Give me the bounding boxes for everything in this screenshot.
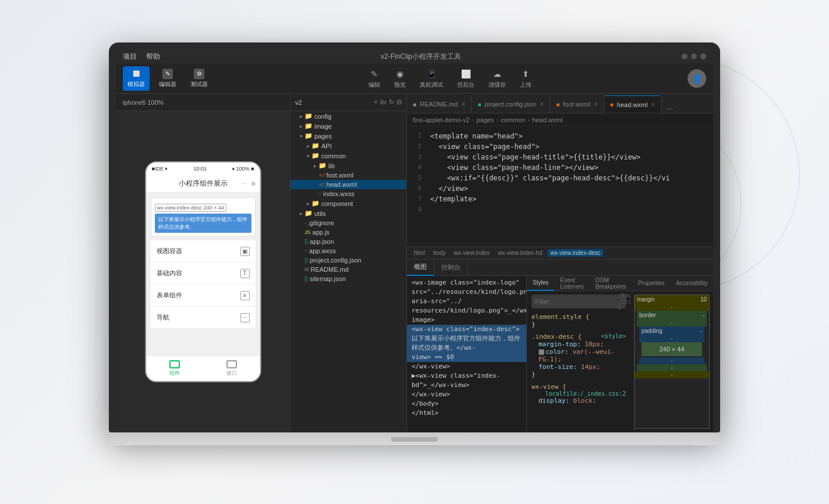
element-tag-3[interactable]: wx-view.index-hd [495, 249, 544, 257]
win-minimize[interactable] [682, 54, 688, 59]
file-tree: ▸📁config▸📁image▾📁pages▸📁API▾📁common▸📁lib… [290, 111, 406, 283]
list-item-2: 表单组件 ≡ [151, 285, 256, 307]
element-tag-2[interactable]: wx-view.index [452, 249, 493, 257]
action-preview[interactable]: ◉ 预览 [394, 68, 406, 89]
element-tag-1[interactable]: body [431, 249, 448, 257]
element-label: wx-view.index-desc 240 × 44 [155, 204, 226, 212]
toolbar: ⬜ 模拟器 ✎ 编辑器 ⚙ 测试器 [116, 63, 713, 94]
code-line-4: 4 <view class="page-head-line"></view> [407, 162, 713, 173]
breadcrumb-sep-1: › [497, 116, 499, 123]
code-editor[interactable]: 1<template name="head">2 <view class="pa… [407, 126, 713, 246]
new-folder-btn[interactable]: 🗁 [380, 98, 387, 106]
window-title: v2-FinClip小程序开发工具 [169, 52, 672, 62]
win-close[interactable] [700, 54, 706, 59]
box-model: margin10 - border- - padding- - 240 × 44… [634, 294, 710, 429]
css-rules: element.style {}.index-desc {<style>marg… [532, 313, 626, 404]
device-info: iphone6 100% [123, 99, 164, 106]
phone-time: 10:01 [193, 166, 207, 172]
tab-more-btn[interactable]: ··· [661, 104, 678, 113]
device-panel: iphone6 100% ■IDE ▾ 10:01 ♦ 100% ■ [116, 94, 290, 432]
action-edit[interactable]: ✎ 编辑 [369, 68, 380, 89]
action-clear-cache[interactable]: ☁ 清缓存 [488, 68, 506, 89]
action-device-debug[interactable]: 📱 真机调试 [420, 68, 443, 89]
window-controls [682, 54, 706, 59]
toolbar-right: 👤 [688, 69, 706, 88]
tree-item-component[interactable]: ▸📁component [290, 198, 406, 208]
list-item-icon-1: T [240, 269, 250, 278]
styles-tab-4[interactable]: Accessibility [670, 276, 713, 291]
tree-item-config[interactable]: ▸📁config [290, 111, 406, 121]
menu-bar: 项目 帮助 v2-FinClip小程序开发工具 [116, 49, 713, 63]
tree-item-image[interactable]: ▸📁image [290, 121, 406, 131]
tree-item-app-json[interactable]: {}app.json [290, 237, 406, 246]
tree-item-sitemap-json[interactable]: {}sitemap.json [290, 274, 406, 283]
element-tag-4[interactable]: wx-view.index-desc [548, 249, 603, 257]
toolbar-tester-btn[interactable]: ⚙ 测试器 [186, 66, 212, 91]
bottom-tab-console[interactable]: 控制台 [434, 260, 468, 276]
toolbar-editor-btn[interactable]: ✎ 编辑器 [154, 66, 181, 91]
tab-foot-wxml[interactable]: ■foot.wxml× [550, 95, 604, 113]
tab-project-config-json[interactable]: ■project.config.json× [472, 95, 550, 113]
simulator-label: 模拟器 [127, 80, 145, 88]
element-breadcrumb: htmlbodywx-view.indexwx-view.index-hdwx-… [407, 247, 713, 260]
tree-item--gitignore[interactable]: ·.gitignore [290, 218, 406, 228]
ide: 项目 帮助 v2-FinClip小程序开发工具 ⬜ 模拟器 [116, 49, 713, 432]
bottom-tab-overview[interactable]: 概图 [407, 260, 434, 276]
tree-item-utils[interactable]: ▸📁utils [290, 208, 406, 218]
tree-item-index-wxss[interactable]: #index.wxss [290, 189, 406, 198]
tree-item-API[interactable]: ▸📁API [290, 141, 406, 151]
bottom-panel: htmlbodywx-view.indexwx-view.index-hdwx-… [407, 246, 713, 432]
collapse-btn[interactable]: ⊟ [396, 98, 402, 106]
tree-item-project-config-json[interactable]: {}project.config.json [290, 255, 406, 265]
phone-signal: ■IDE ▾ [152, 166, 168, 172]
filter-input[interactable] [535, 298, 615, 305]
tree-item-README-md[interactable]: MREADME.md [290, 265, 406, 274]
tree-item-common[interactable]: ▾📁common [290, 151, 406, 161]
styles-tab-1[interactable]: Event Listeners [554, 276, 590, 291]
element-tag-0[interactable]: html [412, 249, 427, 257]
tree-item-app-js[interactable]: JSapp.js [290, 228, 406, 237]
tab-README-md[interactable]: ■README.md× [407, 95, 472, 113]
styles-tab-3[interactable]: Properties [632, 276, 671, 291]
toolbar-simulator-btn[interactable]: ⬜ 模拟器 [123, 66, 150, 91]
html-line-7: </body> [407, 399, 526, 409]
main-content: iphone6 100% ■IDE ▾ 10:01 ♦ 100% ■ [116, 94, 713, 432]
list-item-0: 视图容器 ▣ [151, 240, 256, 262]
refresh-btn[interactable]: ↻ [389, 98, 394, 106]
tree-item-pages[interactable]: ▾📁pages [290, 131, 406, 141]
line-num-2: 2 [407, 141, 427, 152]
file-explorer: v2 + 🗁 ↻ ⊟ ▸📁config▸📁image▾📁pages▸📁API▾📁… [290, 94, 407, 432]
tab-bar: ■README.md×■project.config.json×■foot.wx… [407, 94, 713, 113]
tab-head-wxml[interactable]: ■head.wxml× [604, 95, 662, 113]
styles-left: :hov .cls + element.style {}.index-desc … [527, 291, 630, 432]
line-content-7: </template> [427, 194, 713, 204]
html-preview: <wx-image class="index-logo" src="../res… [407, 276, 527, 432]
line-num-3: 3 [407, 152, 427, 162]
nav-item-api[interactable]: 接口 [203, 360, 260, 377]
tree-item-lib[interactable]: ▸📁lib [290, 161, 406, 171]
html-line-0: <wx-image class="index-logo" src="../res… [407, 278, 526, 306]
styles-tab-2[interactable]: DOM Breakpoints [590, 276, 632, 291]
device-debug-icon: 📱 [426, 68, 437, 80]
css-rule-2: wx-view {localfile:/_index.css:2display:… [532, 383, 626, 404]
nav-item-component[interactable]: 组件 [146, 360, 203, 377]
laptop-base [109, 432, 720, 445]
action-upload[interactable]: ⬆ 上传 [520, 68, 532, 89]
breadcrumb-item-3: head.wxml [532, 116, 563, 123]
laptop-container: 项目 帮助 v2-FinClip小程序开发工具 ⬜ 模拟器 [109, 42, 720, 462]
editor-panel: ■README.md×■project.config.json×■foot.wx… [407, 94, 713, 432]
device-debug-label: 真机调试 [420, 81, 443, 89]
breadcrumb-sep-0: › [472, 116, 474, 123]
nav-api-label: 接口 [226, 370, 237, 377]
tree-item-foot-wxml[interactable]: ≺/foot.wxml [290, 171, 406, 180]
menu-project[interactable]: 项目 [123, 52, 137, 62]
win-maximize[interactable] [691, 54, 697, 59]
edit-label: 编辑 [369, 81, 380, 89]
new-file-btn[interactable]: + [374, 98, 378, 106]
menu-help[interactable]: 帮助 [146, 52, 160, 62]
styles-tab-0[interactable]: Styles [527, 276, 554, 291]
action-background[interactable]: ⬜ 切后台 [457, 68, 474, 89]
user-avatar[interactable]: 👤 [688, 69, 706, 88]
tree-item-app-wxss[interactable]: #app.wxss [290, 246, 406, 255]
tree-item-head-wxml[interactable]: ≺/head.wxml [290, 180, 406, 189]
